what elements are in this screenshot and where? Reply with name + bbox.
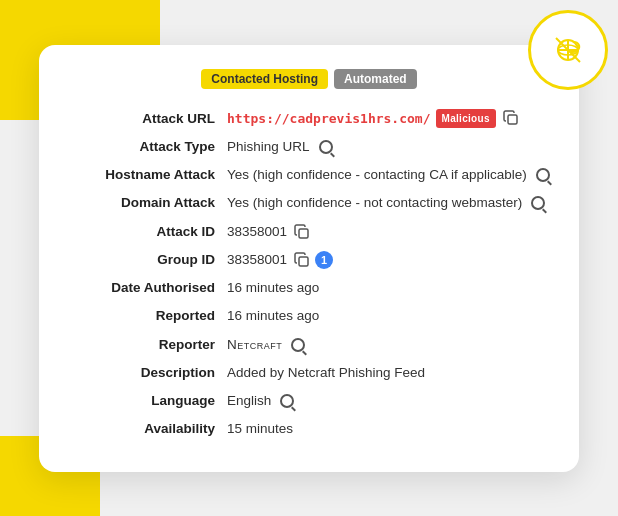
badge-malicious: Malicious <box>436 109 496 128</box>
value-attack-type: Phishing URL <box>227 137 333 157</box>
search-attack-type-icon[interactable] <box>319 140 333 154</box>
value-attack-url: https://cadprevis1hrs.com/ Malicious <box>227 109 519 129</box>
circle-icon-container <box>528 10 608 90</box>
svg-rect-6 <box>508 115 517 124</box>
reported-text: 16 minutes ago <box>227 306 319 326</box>
main-card: Contacted Hosting Automated Attack URL h… <box>39 45 579 472</box>
value-reported: 16 minutes ago <box>227 306 319 326</box>
row-description: Description Added by Netcraft Phishing F… <box>67 359 551 387</box>
value-description: Added by Netcraft Phishing Feed <box>227 363 425 383</box>
label-availability: Availability <box>67 419 227 439</box>
availability-text: 15 minutes <box>227 419 293 439</box>
data-table: Attack URL https://cadprevis1hrs.com/ Ma… <box>67 105 551 444</box>
reporter-text: Netcraft <box>227 335 282 355</box>
row-attack-type: Attack Type Phishing URL <box>67 133 551 161</box>
value-language: English <box>227 391 294 411</box>
value-availability: 15 minutes <box>227 419 293 439</box>
url-text[interactable]: https://cadprevis1hrs.com/ <box>227 109 431 129</box>
phishing-icon <box>546 28 590 72</box>
copy-attack-id-button[interactable] <box>294 224 310 240</box>
row-language: Language English <box>67 387 551 415</box>
label-reporter: Reporter <box>67 335 227 355</box>
description-text: Added by Netcraft Phishing Feed <box>227 363 425 383</box>
row-reported: Reported 16 minutes ago <box>67 302 551 330</box>
group-id-text: 38358001 <box>227 250 287 270</box>
tags-row: Contacted Hosting Automated <box>67 69 551 89</box>
label-hostname-attack: Hostname Attack <box>67 165 227 185</box>
row-attack-id: Attack ID 38358001 <box>67 218 551 246</box>
value-group-id: 38358001 1 <box>227 250 333 270</box>
value-domain-attack: Yes (high confidence - not contacting we… <box>227 193 545 213</box>
copy-group-id-button[interactable] <box>294 252 310 268</box>
label-description: Description <box>67 363 227 383</box>
svg-rect-8 <box>299 257 308 266</box>
attack-type-text: Phishing URL <box>227 137 310 157</box>
row-date-authorised: Date Authorised 16 minutes ago <box>67 274 551 302</box>
svg-rect-7 <box>299 229 308 238</box>
label-domain-attack: Domain Attack <box>67 193 227 213</box>
search-domain-icon[interactable] <box>531 196 545 210</box>
tag-contacted-hosting[interactable]: Contacted Hosting <box>201 69 328 89</box>
copy-url-button[interactable] <box>503 110 519 126</box>
label-language: Language <box>67 391 227 411</box>
value-reporter: Netcraft <box>227 335 305 355</box>
language-text: English <box>227 391 271 411</box>
label-date-authorised: Date Authorised <box>67 278 227 298</box>
row-reporter: Reporter Netcraft <box>67 331 551 359</box>
row-hostname-attack: Hostname Attack Yes (high confidence - c… <box>67 161 551 189</box>
row-group-id: Group ID 38358001 1 <box>67 246 551 274</box>
search-reporter-icon[interactable] <box>291 338 305 352</box>
label-group-id: Group ID <box>67 250 227 270</box>
label-attack-url: Attack URL <box>67 109 227 129</box>
value-attack-id: 38358001 <box>227 222 310 242</box>
group-count-badge[interactable]: 1 <box>315 251 333 270</box>
row-domain-attack: Domain Attack Yes (high confidence - not… <box>67 189 551 217</box>
label-reported: Reported <box>67 306 227 326</box>
search-hostname-icon[interactable] <box>536 168 550 182</box>
attack-id-text: 38358001 <box>227 222 287 242</box>
hostname-attack-text: Yes (high confidence - contacting CA if … <box>227 165 527 185</box>
label-attack-type: Attack Type <box>67 137 227 157</box>
label-attack-id: Attack ID <box>67 222 227 242</box>
date-authorised-text: 16 minutes ago <box>227 278 319 298</box>
row-attack-url: Attack URL https://cadprevis1hrs.com/ Ma… <box>67 105 551 133</box>
value-date-authorised: 16 minutes ago <box>227 278 319 298</box>
row-availability: Availability 15 minutes <box>67 415 551 443</box>
domain-attack-text: Yes (high confidence - not contacting we… <box>227 193 522 213</box>
search-language-icon[interactable] <box>280 394 294 408</box>
value-hostname-attack: Yes (high confidence - contacting CA if … <box>227 165 550 185</box>
tag-automated[interactable]: Automated <box>334 69 417 89</box>
